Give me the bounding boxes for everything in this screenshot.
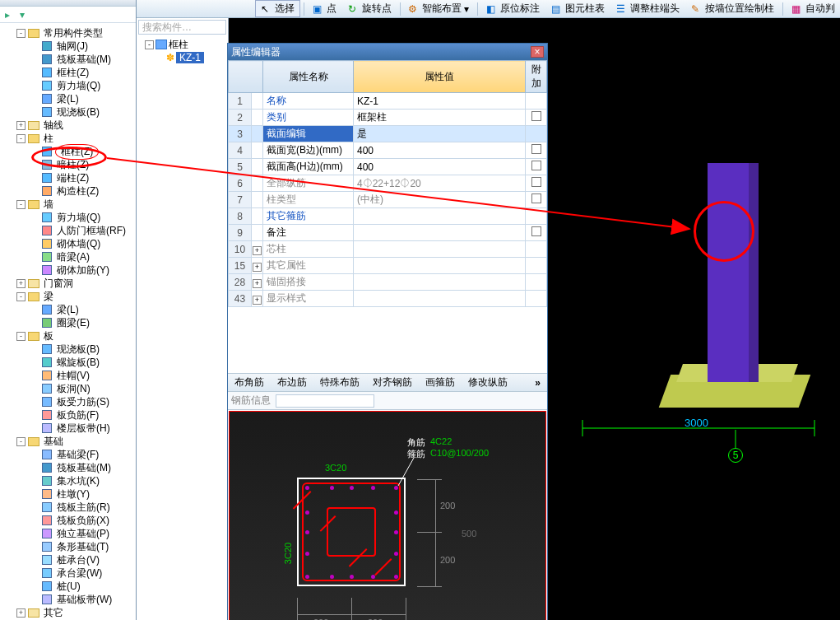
tree-item[interactable]: 基础板带(W): [0, 593, 136, 606]
tree-item[interactable]: 板负筋(F): [0, 408, 136, 422]
tree-item[interactable]: 楼层板带(H): [0, 422, 136, 435]
tree-item[interactable]: 框柱(Z): [0, 66, 136, 79]
tree-item[interactable]: +门窗洞: [0, 277, 136, 290]
property-value[interactable]: [354, 241, 526, 258]
property-row[interactable]: 8其它箍筋: [229, 208, 547, 225]
tree-item[interactable]: 独立基础(P): [0, 527, 136, 540]
section-view[interactable]: 3C20 3C20 角筋 4C22 箍筋 C10@100/200 200 200…: [229, 411, 546, 620]
more-button[interactable]: »: [531, 375, 544, 390]
add-header[interactable]: 附加: [526, 61, 547, 93]
property-value[interactable]: 400: [354, 159, 526, 175]
property-row[interactable]: 5截面高(H边)(mm)400: [229, 159, 547, 175]
property-row[interactable]: 43+显示样式: [229, 291, 547, 307]
component-list[interactable]: - 框柱 ✽ KZ-1: [137, 36, 228, 66]
property-row[interactable]: 10+芯柱: [229, 241, 547, 258]
tab-edge-bar[interactable]: 布边筋: [274, 374, 310, 391]
tree-item[interactable]: 砌体墙(Q): [0, 237, 136, 250]
tree-item[interactable]: -板: [0, 329, 136, 343]
meta-list-button[interactable]: ▤图元柱表: [546, 0, 610, 17]
close-button[interactable]: ×: [531, 46, 544, 58]
tree-item[interactable]: -常用构件类型: [0, 26, 136, 40]
tree-item[interactable]: 人防门框墙(RF): [0, 224, 136, 237]
tree-item[interactable]: 桩(U): [0, 580, 136, 593]
expand-toggle[interactable]: +: [253, 246, 262, 255]
expand-toggle[interactable]: -: [16, 332, 26, 341]
name-header[interactable]: 属性名称: [263, 61, 354, 93]
tree-item[interactable]: 梁(L): [0, 303, 136, 316]
property-row[interactable]: 1名称KZ-1: [229, 93, 547, 110]
auto-judge-button[interactable]: ▦自动判: [787, 0, 840, 17]
checkbox[interactable]: [531, 111, 541, 121]
expand-toggle[interactable]: -: [16, 292, 26, 301]
checkbox[interactable]: [531, 226, 541, 236]
tree-item[interactable]: 集水坑(K): [0, 474, 136, 487]
property-value[interactable]: [354, 291, 526, 307]
tree-item[interactable]: 现浇板(B): [0, 343, 136, 356]
property-value[interactable]: 是: [354, 126, 526, 142]
origin-label-button[interactable]: ◧原位标注: [481, 0, 545, 17]
tree-item[interactable]: 柱帽(V): [0, 369, 136, 382]
tab-draw-stirrup[interactable]: 画箍筋: [422, 374, 458, 391]
tree-item[interactable]: 板受力筋(S): [0, 395, 136, 408]
tree-item[interactable]: 筏板基础(M): [0, 53, 136, 66]
collapse-icon[interactable]: ▾: [20, 9, 31, 21]
rebar-info-input[interactable]: [276, 394, 374, 408]
tree-item[interactable]: 剪力墙(Q): [0, 211, 136, 224]
property-value[interactable]: KZ-1: [354, 93, 526, 110]
expand-toggle[interactable]: +: [16, 279, 26, 288]
list-root[interactable]: - 框柱: [140, 38, 225, 51]
tree-item[interactable]: 剪力墙(Q): [0, 79, 136, 92]
tree-item[interactable]: 板洞(N): [0, 382, 136, 395]
expand-toggle[interactable]: +: [16, 121, 26, 130]
tree-item[interactable]: +其它: [0, 606, 136, 619]
property-row[interactable]: 4截面宽(B边)(mm)400: [229, 142, 547, 159]
expand-toggle[interactable]: +: [253, 296, 262, 305]
expand-toggle[interactable]: -: [16, 200, 26, 209]
property-row[interactable]: 7柱类型(中柱): [229, 192, 547, 208]
tree-item[interactable]: -墙: [0, 198, 136, 211]
tree-item[interactable]: 筏板主筋(R): [0, 501, 136, 514]
adjust-end-button[interactable]: ☰调整柱端头: [611, 0, 685, 17]
expand-icon[interactable]: ▸: [5, 9, 16, 21]
tab-edit-long[interactable]: 修改纵筋: [465, 374, 511, 391]
smart-layout-button[interactable]: ⚙智能布置 ▾: [403, 0, 474, 17]
tree-item[interactable]: 暗梁(A): [0, 250, 136, 263]
expand-toggle[interactable]: -: [16, 134, 26, 143]
property-row[interactable]: 2类别框架柱: [229, 110, 547, 126]
tab-corner-bar[interactable]: 布角筋: [231, 374, 267, 391]
tree-item[interactable]: 轴网(J): [0, 40, 136, 53]
property-row[interactable]: 3截面编辑是: [229, 126, 547, 142]
tree-item[interactable]: +轴线: [0, 119, 136, 132]
tree-item[interactable]: 螺旋板(B): [0, 356, 136, 369]
tree-item[interactable]: -基础: [0, 435, 136, 448]
tree-item[interactable]: 桩承台(V): [0, 553, 136, 566]
point-button[interactable]: ▣点: [308, 0, 341, 17]
expand-toggle[interactable]: +: [253, 263, 262, 272]
tree-item[interactable]: 条形基础(T): [0, 540, 136, 553]
rotate-point-button[interactable]: ↻旋转点: [343, 0, 397, 17]
checkbox[interactable]: [531, 161, 541, 170]
property-row[interactable]: 9备注: [229, 225, 547, 241]
component-tree[interactable]: -常用构件类型轴网(J)筏板基础(M)框柱(Z)剪力墙(Q)梁(L)现浇板(B)…: [0, 23, 136, 620]
tree-item[interactable]: 圈梁(E): [0, 316, 136, 329]
tree-item[interactable]: 柱墩(Y): [0, 487, 136, 501]
property-row[interactable]: 15+其它属性: [229, 258, 547, 274]
property-value[interactable]: [354, 225, 526, 241]
tab-align-bar[interactable]: 对齐钢筋: [369, 374, 415, 391]
checkbox[interactable]: [531, 193, 541, 203]
expand-toggle[interactable]: +: [16, 608, 26, 618]
property-value[interactable]: 400: [354, 142, 526, 159]
tree-item[interactable]: 构造柱(Z): [0, 184, 136, 198]
expand-toggle[interactable]: -: [16, 29, 26, 38]
property-row[interactable]: 28+锚固搭接: [229, 274, 547, 291]
tree-item[interactable]: -梁: [0, 290, 136, 303]
window-titlebar[interactable]: 属性编辑器 ×: [228, 44, 547, 60]
tree-item[interactable]: -柱: [0, 132, 136, 145]
property-value[interactable]: 框架柱: [354, 110, 526, 126]
expand-toggle[interactable]: -: [16, 437, 26, 446]
property-value[interactable]: [354, 258, 526, 274]
property-grid[interactable]: 属性名称 属性值 附加 1名称KZ-12类别框架柱3截面编辑是4截面宽(B边)(…: [228, 60, 547, 307]
checkbox[interactable]: [531, 144, 541, 154]
search-input[interactable]: 搜索构件…: [138, 20, 226, 35]
checkbox[interactable]: [531, 177, 541, 187]
